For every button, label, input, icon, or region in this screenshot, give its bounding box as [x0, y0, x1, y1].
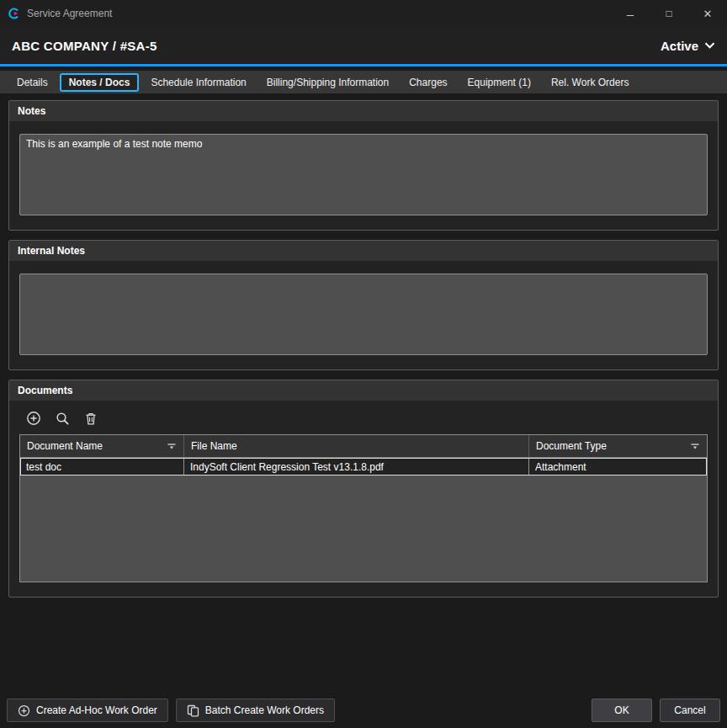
minimize-icon: – [627, 7, 634, 21]
column-header-document-name[interactable]: Document Name [20, 435, 183, 457]
search-icon [56, 412, 70, 426]
stacked-documents-icon [187, 704, 199, 717]
internal-notes-textarea[interactable] [19, 274, 708, 355]
accent-line [0, 64, 727, 66]
ok-button[interactable]: OK [592, 699, 652, 722]
internal-notes-group: Internal Notes [8, 240, 719, 370]
view-document-button[interactable] [55, 411, 70, 426]
trash-icon [84, 412, 98, 426]
tab-notes-docs[interactable]: Notes / Docs [60, 73, 140, 92]
status-dropdown[interactable]: Active [661, 39, 715, 53]
internal-notes-group-title: Internal Notes [9, 241, 718, 261]
tab-charges[interactable]: Charges [401, 73, 455, 92]
documents-toolbar [19, 407, 708, 434]
delete-document-button[interactable] [83, 411, 98, 426]
tab-schedule-information[interactable]: Schedule Information [142, 73, 254, 92]
record-header: ABC COMPANY / #SA-5 Active [0, 27, 727, 64]
title-bar: Service Agreement – □ ✕ [0, 0, 727, 27]
maximize-icon: □ [666, 8, 671, 19]
create-adhoc-work-order-button[interactable]: Create Ad-Hoc Work Order [7, 699, 168, 722]
footer-bar: Create Ad-Hoc Work Order Batch Create Wo… [0, 699, 727, 722]
documents-group-title: Documents [9, 380, 718, 401]
chevron-down-icon [704, 42, 715, 49]
table-empty-area [20, 476, 707, 582]
window-controls: – □ ✕ [611, 0, 727, 27]
tab-details[interactable]: Details [8, 73, 56, 92]
tab-equipment[interactable]: Equipment (1) [459, 73, 539, 92]
create-adhoc-label: Create Ad-Hoc Work Order [36, 704, 157, 716]
add-document-button[interactable] [26, 411, 41, 426]
app-logo-icon [7, 7, 20, 20]
cell-file-name: IndySoft Client Regression Test v13.1.8.… [183, 458, 528, 476]
sort-icon[interactable] [167, 443, 177, 450]
batch-create-label: Batch Create Work Orders [205, 704, 324, 716]
minimize-button[interactable]: – [611, 0, 650, 27]
status-label: Active [661, 39, 698, 53]
table-row[interactable]: test doc IndySoft Client Regression Test… [20, 458, 707, 476]
page-title: ABC COMPANY / #SA-5 [12, 39, 157, 53]
window-title: Service Agreement [27, 8, 112, 19]
close-icon: ✕ [703, 8, 713, 20]
plus-circle-icon [26, 411, 41, 426]
column-header-file-name[interactable]: File Name [183, 435, 528, 457]
notes-textarea[interactable]: This is an example of a test note memo [19, 134, 708, 215]
cell-document-name: test doc [20, 458, 183, 476]
notes-group: Notes This is an example of a test note … [8, 100, 719, 231]
cell-document-type: Attachment [528, 458, 707, 476]
documents-group: Documents [8, 380, 719, 598]
maximize-button[interactable]: □ [650, 0, 688, 27]
tab-rel-work-orders[interactable]: Rel. Work Orders [543, 73, 637, 92]
batch-create-work-orders-button[interactable]: Batch Create Work Orders [176, 699, 335, 722]
tab-billing-shipping-information[interactable]: Billing/Shipping Information [258, 73, 397, 92]
tab-bar: Details Notes / Docs Schedule Informatio… [0, 71, 727, 93]
sort-icon[interactable] [690, 443, 700, 450]
cancel-button[interactable]: Cancel [660, 699, 720, 722]
documents-table: Document Name File Name Document Type [19, 434, 708, 582]
column-header-document-type[interactable]: Document Type [528, 435, 707, 457]
close-button[interactable]: ✕ [688, 0, 727, 27]
documents-table-header: Document Name File Name Document Type [20, 435, 707, 458]
plus-circle-icon [18, 704, 30, 717]
notes-group-title: Notes [9, 101, 718, 121]
